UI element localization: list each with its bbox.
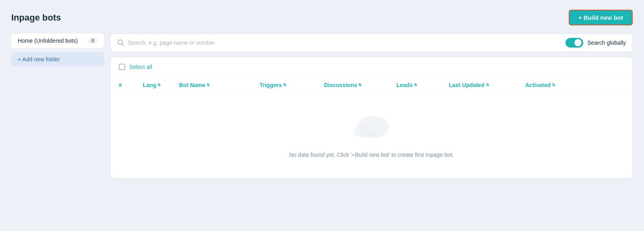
sort-icon-lang: ⇅ xyxy=(157,83,161,87)
empty-state: No data found yet. Click '+Build new bot… xyxy=(119,93,624,166)
empty-illustration xyxy=(349,109,394,145)
col-discussions[interactable]: Discussions ⇅ xyxy=(324,82,396,88)
col-triggers[interactable]: Triggers ⇅ xyxy=(260,82,324,88)
sort-icon-activated: ⇅ xyxy=(552,83,555,87)
search-bar: Search globally xyxy=(110,33,633,52)
content-area: Search globally Select all # Lang ⇅ Bo xyxy=(110,33,633,179)
sidebar: Home (Unfoldered bots) 0 + Add new folde… xyxy=(11,33,104,67)
select-all-row: Select all xyxy=(119,64,624,76)
main-layout: Home (Unfoldered bots) 0 + Add new folde… xyxy=(11,33,633,179)
col-last-updated[interactable]: Last Updated ⇅ xyxy=(449,82,525,88)
toggle-wrap: Search globally xyxy=(566,38,626,48)
select-all-checkbox[interactable] xyxy=(119,64,125,70)
toggle-slider xyxy=(566,38,583,48)
search-input-wrap xyxy=(117,39,559,46)
table-header: # Lang ⇅ Bot Name ⇅ Triggers ⇅ Discussio… xyxy=(119,76,624,93)
page-header: Inpage bots + Build new bot xyxy=(11,10,633,25)
search-globally-label: Search globally xyxy=(587,40,626,46)
page-title: Inpage bots xyxy=(11,12,61,23)
col-hash[interactable]: # xyxy=(119,82,143,88)
sort-icon-bot-name: ⇅ xyxy=(206,83,210,87)
add-new-folder-button[interactable]: + Add new folder xyxy=(11,52,104,67)
col-bot-name[interactable]: Bot Name ⇅ xyxy=(179,82,260,88)
select-all-label[interactable]: Select all xyxy=(129,64,152,70)
sort-icon-discussions: ⇅ xyxy=(358,83,361,87)
sort-icon-leads: ⇅ xyxy=(414,83,417,87)
col-leads[interactable]: Leads ⇅ xyxy=(396,82,449,88)
table-card: Select all # Lang ⇅ Bot Name ⇅ Triggers … xyxy=(110,57,633,179)
home-folder-item[interactable]: Home (Unfoldered bots) 0 xyxy=(11,33,104,48)
folder-item-name: Home (Unfoldered bots) xyxy=(18,37,78,44)
empty-text: No data found yet. Click '+Build new bot… xyxy=(289,152,454,158)
folder-badge: 0 xyxy=(88,37,97,44)
col-lang[interactable]: Lang ⇅ xyxy=(143,82,179,88)
svg-line-1 xyxy=(122,44,124,46)
sort-icon-triggers: ⇅ xyxy=(283,83,286,87)
search-icon xyxy=(117,39,124,46)
svg-point-4 xyxy=(353,125,371,137)
search-globally-toggle[interactable] xyxy=(566,38,583,48)
sort-icon-last-updated: ⇅ xyxy=(486,83,489,87)
build-new-bot-button[interactable]: + Build new bot xyxy=(569,10,633,25)
search-input[interactable] xyxy=(128,40,559,46)
col-activated[interactable]: Activated ⇅ xyxy=(525,82,578,88)
